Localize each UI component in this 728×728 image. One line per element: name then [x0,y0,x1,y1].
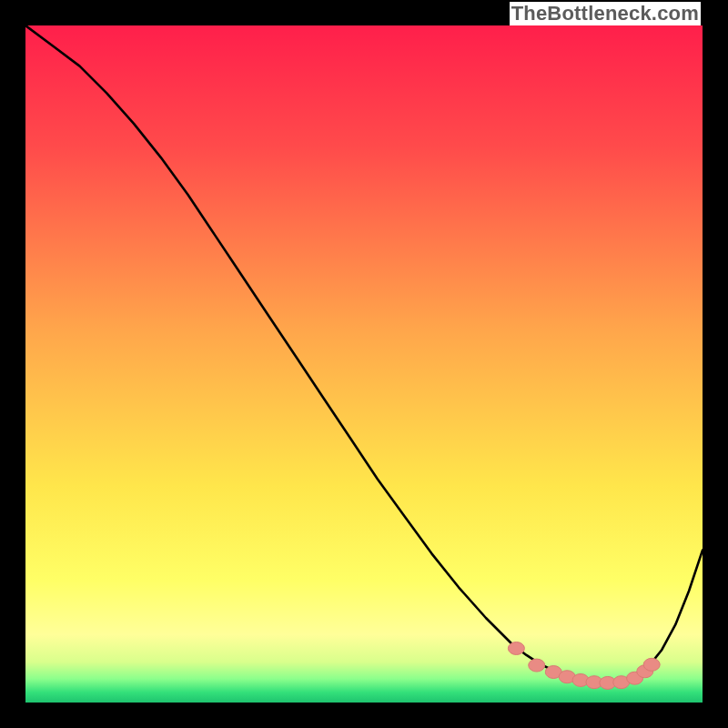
curve-layer [25,25,703,703]
marker-dot [508,642,524,654]
plot-area [25,25,703,703]
frame-border-bottom [0,703,728,728]
bottleneck-curve [25,25,703,682]
marker-dot [643,658,660,671]
frame-border-left [0,0,25,728]
watermark-text: TheBottleneck.com [510,2,701,25]
marker-dot [529,659,545,672]
chart-frame: TheBottleneck.com [0,0,728,728]
frame-border-right [703,0,728,728]
highlight-markers [508,642,660,689]
